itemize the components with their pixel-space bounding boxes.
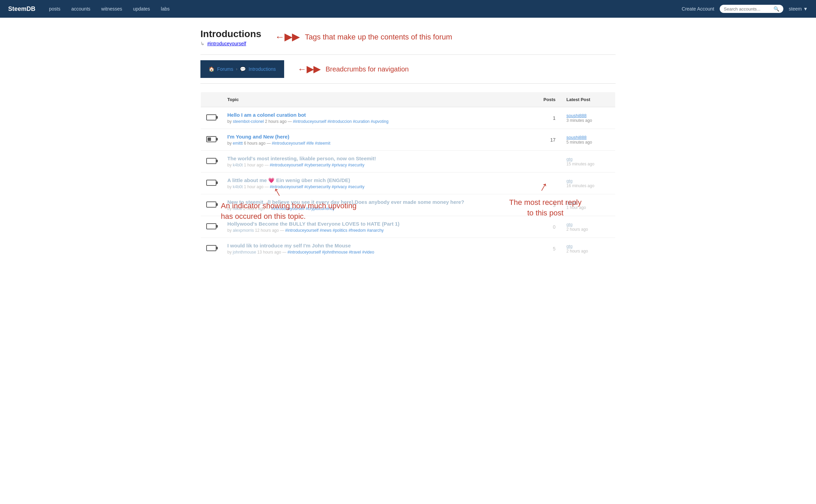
breadcrumb-separator: ›: [236, 67, 237, 71]
latest-time: 2 hours ago: [567, 227, 610, 232]
latest-user[interactable]: hlikal: [567, 200, 577, 205]
topic-cell: Hollywood's Become the BULLY that Everyo…: [222, 216, 534, 238]
battery-empty-icon: [206, 180, 216, 186]
latest-user[interactable]: gtg: [567, 178, 573, 183]
battery-empty-icon: [206, 114, 216, 120]
topic-author[interactable]: hlikal: [233, 206, 242, 211]
topic-cell: A little about me 💗 Ein wenig über mich …: [222, 173, 534, 194]
tags-annotation-text: Tags that make up the contents of this f…: [305, 33, 452, 42]
table-row: Hollywood's Become the BULLY that Everyo…: [201, 216, 616, 238]
nav-right: Create Account 🔍 steem ▼: [682, 5, 808, 13]
topic-title: Hello I am a colonel curation bot: [227, 112, 528, 118]
topic-author[interactable]: emittt: [233, 141, 243, 146]
topic-cell: New to steemit.. (I believe you see it e…: [222, 194, 534, 216]
nav-link-labs[interactable]: labs: [156, 0, 175, 18]
latest-post-cell: gtg 2 hours ago: [561, 238, 616, 260]
topic-author[interactable]: johnthmouse: [233, 250, 256, 255]
latest-user[interactable]: gtg: [567, 244, 573, 249]
latest-time: 15 minutes ago: [567, 162, 610, 166]
topic-title: Hollywood's Become the BULLY that Everyo…: [227, 221, 528, 227]
latest-user[interactable]: soushi888: [567, 135, 587, 140]
battery-empty-icon: [206, 158, 216, 164]
th-topic: Topic: [222, 92, 534, 107]
topic-link[interactable]: The world's most interesting, likable pe…: [227, 156, 376, 161]
topic-meta: by hlikal 2 hours ago — #introduceyourse…: [227, 206, 528, 211]
topic-link[interactable]: Hello I am a colonel curation bot: [227, 112, 306, 118]
posts-count: [534, 173, 561, 194]
nav-link-updates[interactable]: updates: [128, 0, 156, 18]
topic-cell: The world's most interesting, likable pe…: [222, 151, 534, 173]
topic-link[interactable]: New to steemit.. (I believe you see it e…: [227, 199, 464, 205]
posts-count: 0: [534, 216, 561, 238]
battery-empty-icon: [206, 223, 216, 229]
topic-cell: Hello I am a colonel curation bot by ste…: [222, 107, 534, 129]
nav-link-posts[interactable]: posts: [44, 0, 66, 18]
topic-icon-cell: [201, 129, 222, 151]
topic-link[interactable]: A little about me 💗 Ein wenig über mich …: [227, 177, 350, 183]
topic-icon-cell: [201, 194, 222, 216]
breadcrumb-home[interactable]: Forums: [217, 66, 233, 72]
nav-brand[interactable]: SteemDB: [8, 5, 35, 13]
posts-count: 1: [534, 107, 561, 129]
topic-icon-cell: [201, 216, 222, 238]
battery-empty-icon: [206, 201, 216, 208]
table-row: Hello I am a colonel curation bot by ste…: [201, 107, 616, 129]
title-section: Introductions ↳ #introduceyourself ←▶▶ T…: [200, 29, 616, 46]
topic-table: Topic Posts Latest Post Hello I am a col…: [200, 92, 616, 260]
topic-author[interactable]: alexpmorris: [233, 228, 254, 233]
latest-post-cell: gtg 16 minutes ago: [561, 173, 616, 194]
topic-cell: I'm Young and New (here) by emittt 6 hou…: [222, 129, 534, 151]
battery-half-icon: [206, 136, 216, 142]
topic-meta: by steembot-colonel 2 hours ago — #intro…: [227, 119, 528, 124]
battery-empty-icon: [206, 245, 216, 251]
th-latest: Latest Post: [561, 92, 616, 107]
topic-tags: #introduceyourself #introduccion #curati…: [293, 119, 389, 124]
topic-link[interactable]: I would lik to introduce my self I'm Joh…: [227, 243, 351, 248]
nav-link-accounts[interactable]: accounts: [66, 0, 96, 18]
table-body: Hello I am a colonel curation bot by ste…: [201, 107, 616, 260]
navbar: SteemDB posts accounts witnesses updates…: [0, 0, 816, 18]
topic-meta: by alexpmorris 12 hours ago — #introduce…: [227, 228, 528, 233]
topic-meta: by k4b0t 1 hour ago — #introduceyourself…: [227, 184, 528, 189]
posts-count: 17: [534, 129, 561, 151]
search-icon[interactable]: 🔍: [773, 6, 779, 12]
latest-user[interactable]: gtg: [567, 222, 573, 227]
main-content: Introductions ↳ #introduceyourself ←▶▶ T…: [187, 18, 629, 271]
latest-user[interactable]: soushi888: [567, 113, 587, 118]
topic-cell: I would lik to introduce my self I'm Joh…: [222, 238, 534, 260]
title-annotation: ←▶▶ Tags that make up the contents of th…: [275, 31, 452, 43]
th-icon: [201, 92, 222, 107]
table-row: A little about me 💗 Ein wenig über mich …: [201, 173, 616, 194]
topic-link[interactable]: I'm Young and New (here): [227, 134, 289, 140]
breadcrumb: 🏠 Forums › 💬 Introductions: [200, 60, 284, 78]
topic-tags: #introduceyourself #cybersecurity #priva…: [270, 184, 364, 189]
divider-1: [200, 54, 616, 55]
breadcrumb-current[interactable]: Introductions: [248, 66, 276, 72]
topic-icon-cell: [201, 238, 222, 260]
topic-author[interactable]: steembot-colonel: [233, 119, 264, 124]
search-input[interactable]: [724, 6, 771, 12]
latest-user[interactable]: gtg: [567, 157, 573, 162]
topic-link[interactable]: Hollywood's Become the BULLY that Everyo…: [227, 221, 399, 227]
tag-link[interactable]: #introduceyourself: [207, 41, 246, 46]
table-row: I would lik to introduce my self I'm Joh…: [201, 238, 616, 260]
nav-link-witnesses[interactable]: witnesses: [96, 0, 128, 18]
topic-title: I'm Young and New (here): [227, 134, 528, 140]
topic-title: New to steemit.. (I believe you see it e…: [227, 199, 528, 205]
topic-title: The world's most interesting, likable pe…: [227, 156, 528, 162]
topic-icon-cell: [201, 173, 222, 194]
subtitle-arrow: ↳: [200, 41, 205, 46]
topic-icon-cell: [201, 151, 222, 173]
steem-dropdown[interactable]: steem ▼: [789, 6, 808, 12]
title-left: Introductions ↳ #introduceyourself: [200, 29, 261, 46]
latest-post-cell: gtg 2 hours ago: [561, 216, 616, 238]
breadcrumb-arrow-icon: ←▶▶: [298, 64, 320, 75]
search-box: 🔍: [720, 5, 783, 13]
latest-post-cell: soushi888 3 minutes ago: [561, 107, 616, 129]
topic-title: I would lik to introduce my self I'm Joh…: [227, 243, 528, 249]
latest-time: 5 minutes ago: [567, 140, 610, 145]
topic-author[interactable]: k4b0t: [233, 184, 243, 189]
table-row: The world's most interesting, likable pe…: [201, 151, 616, 173]
create-account-button[interactable]: Create Account: [682, 6, 714, 12]
topic-author[interactable]: k4b0t: [233, 163, 243, 167]
